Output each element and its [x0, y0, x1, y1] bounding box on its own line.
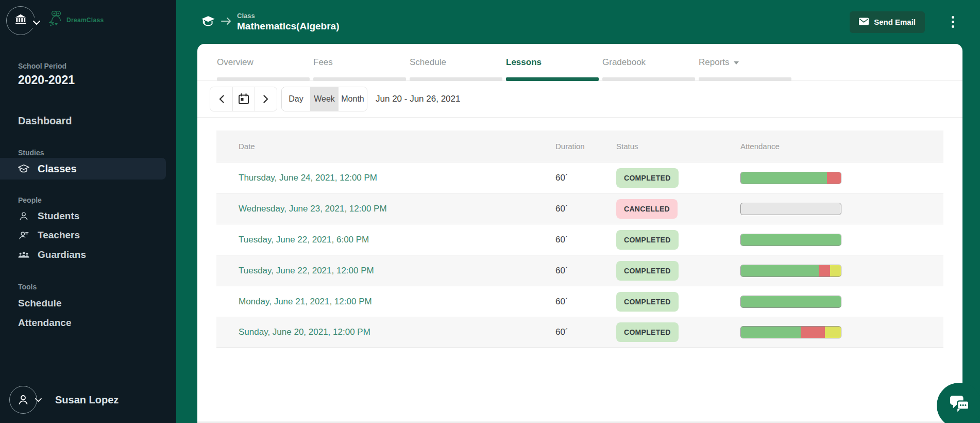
sidebar-item-schedule[interactable]: Schedule	[18, 298, 61, 309]
user-menu[interactable]: Susan Lopez	[9, 386, 119, 414]
chevron-down-icon	[734, 61, 739, 64]
lesson-date-link[interactable]: Monday, June 21, 2021, 12:00 PM	[239, 297, 372, 306]
table-row[interactable]: Tuesday, June 22, 2021, 12:00 PM 60´ COM…	[216, 255, 943, 286]
page-header: Class Mathematics(Algebra) Send Email	[176, 0, 980, 44]
sidebar: DreamClass School Period 2020-2021 Dashb…	[0, 0, 176, 423]
attendance-segment-present	[741, 265, 819, 276]
attendance-segment-present	[741, 296, 841, 307]
class-breadcrumb-icon	[201, 15, 215, 29]
attendance-segment-absent	[801, 327, 825, 338]
lesson-date-link[interactable]: Thursday, June 24, 2021, 12:00 PM	[239, 173, 377, 183]
attendance-bar	[740, 326, 841, 338]
tab-indicator	[410, 77, 502, 81]
sidebar-item-classes[interactable]: Classes	[0, 158, 166, 180]
status-badge: COMPLETED	[616, 292, 679, 312]
send-email-button[interactable]: Send Email	[850, 11, 925, 33]
table-row[interactable]: Sunday, June 20, 2021, 12:00 PM 60´ COMP…	[216, 317, 943, 348]
lesson-duration: 60´	[555, 173, 616, 183]
organization-switcher[interactable]	[6, 6, 35, 35]
view-option-week[interactable]: Week	[310, 87, 339, 111]
sidebar-item-label: Guardians	[38, 249, 86, 261]
tab-indicator	[602, 77, 695, 81]
lesson-date-link[interactable]: Sunday, June 20, 2021, 12:00 PM	[239, 327, 370, 337]
attendance-bar	[740, 172, 841, 184]
content-card: Overview Fees Schedule Lessons Gradebook…	[197, 44, 962, 423]
sidebar-section-people: People	[18, 196, 42, 204]
table-row[interactable]: Tuesday, June 22, 2021, 6:00 PM 60´ COMP…	[216, 224, 943, 255]
sidebar-item-teachers[interactable]: Teachers	[18, 230, 80, 241]
lesson-date-link[interactable]: Tuesday, June 22, 2021, 6:00 PM	[239, 235, 369, 245]
tab-label: Reports	[699, 57, 730, 68]
status-badge: COMPLETED	[616, 230, 679, 250]
tab-indicator	[217, 77, 310, 81]
sidebar-item-guardians[interactable]: Guardians	[18, 249, 86, 261]
chat-support-button[interactable]	[937, 383, 980, 423]
chat-bubbles-icon	[949, 395, 970, 416]
person-icon	[17, 394, 29, 406]
tab-overview[interactable]: Overview	[217, 44, 310, 80]
sidebar-item-label: Attendance	[18, 317, 71, 329]
lesson-date-link[interactable]: Tuesday, June 22, 2021, 12:00 PM	[239, 266, 374, 275]
tab-label: Lessons	[506, 57, 542, 68]
chevron-down-icon[interactable]	[32, 18, 41, 28]
app-root: DreamClass School Period 2020-2021 Dashb…	[0, 0, 980, 423]
column-header-date: Date	[239, 142, 555, 151]
tab-indicator	[506, 77, 599, 81]
sidebar-item-students[interactable]: Students	[18, 210, 79, 222]
bank-icon	[14, 13, 27, 28]
tab-label: Overview	[217, 57, 254, 68]
tab-fees[interactable]: Fees	[313, 44, 406, 80]
tab-indicator	[313, 77, 406, 81]
table-row[interactable]: Monday, June 21, 2021, 12:00 PM 60´ COMP…	[216, 286, 943, 317]
tab-reports[interactable]: Reports	[699, 44, 791, 80]
tab-lessons[interactable]: Lessons	[506, 44, 599, 80]
school-period-value[interactable]: 2020-2021	[18, 73, 75, 87]
next-week-button[interactable]	[255, 87, 277, 111]
student-icon	[18, 211, 29, 221]
attendance-segment-present	[741, 234, 841, 246]
chevron-right-icon	[263, 95, 268, 103]
tab-indicator	[699, 77, 791, 81]
lesson-duration: 60´	[555, 327, 616, 337]
table-header: Date Duration Status Attendance	[216, 131, 943, 162]
attendance-bar	[740, 265, 841, 277]
previous-week-button[interactable]	[210, 87, 232, 111]
view-switcher: Day Week Month	[281, 87, 367, 111]
main-area: Class Mathematics(Algebra) Send Email Ov…	[176, 0, 980, 423]
lesson-duration: 60´	[555, 204, 616, 214]
user-name: Susan Lopez	[55, 394, 119, 406]
sidebar-item-label: Classes	[38, 163, 77, 175]
brand-logo: DreamClass	[48, 9, 104, 31]
attendance-segment-present	[741, 327, 801, 338]
lesson-duration: 60´	[555, 297, 616, 307]
calendar-picker-button[interactable]	[232, 87, 255, 111]
sidebar-item-attendance[interactable]: Attendance	[18, 317, 71, 329]
breadcrumb-label: Class	[237, 12, 340, 20]
tab-label: Fees	[313, 57, 333, 68]
view-option-month[interactable]: Month	[339, 87, 367, 111]
sidebar-item-label: Dashboard	[18, 115, 72, 127]
attendance-segment-absent	[819, 265, 830, 276]
status-badge: COMPLETED	[616, 261, 679, 281]
breadcrumb: Class Mathematics(Algebra)	[237, 12, 340, 32]
arrow-right-icon	[221, 17, 232, 27]
table-row[interactable]: Thursday, June 24, 2021, 12:00 PM 60´ CO…	[216, 162, 943, 193]
attendance-segment-late	[825, 327, 841, 338]
table-row[interactable]: Wednesday, June 23, 2021, 12:00 PM 60´ C…	[216, 193, 943, 224]
tab-schedule[interactable]: Schedule	[410, 44, 502, 80]
teacher-icon	[18, 230, 29, 240]
sidebar-item-dashboard[interactable]: Dashboard	[18, 115, 72, 127]
lesson-date-link[interactable]: Wednesday, June 23, 2021, 12:00 PM	[239, 204, 387, 214]
more-options-button[interactable]	[950, 14, 956, 30]
table-body: Thursday, June 24, 2021, 12:00 PM 60´ CO…	[216, 162, 943, 348]
attendance-segment-absent	[827, 172, 841, 184]
send-email-label: Send Email	[874, 18, 916, 26]
sidebar-item-label: Students	[38, 210, 79, 222]
owl-logo-icon	[48, 9, 64, 31]
lesson-duration: 60´	[555, 235, 616, 245]
attendance-bar	[740, 203, 841, 215]
lessons-table: Date Duration Status Attendance Thursday…	[216, 131, 943, 348]
view-option-day[interactable]: Day	[282, 87, 310, 111]
tab-gradebook[interactable]: Gradebook	[602, 44, 695, 80]
attendance-bar	[740, 296, 841, 308]
